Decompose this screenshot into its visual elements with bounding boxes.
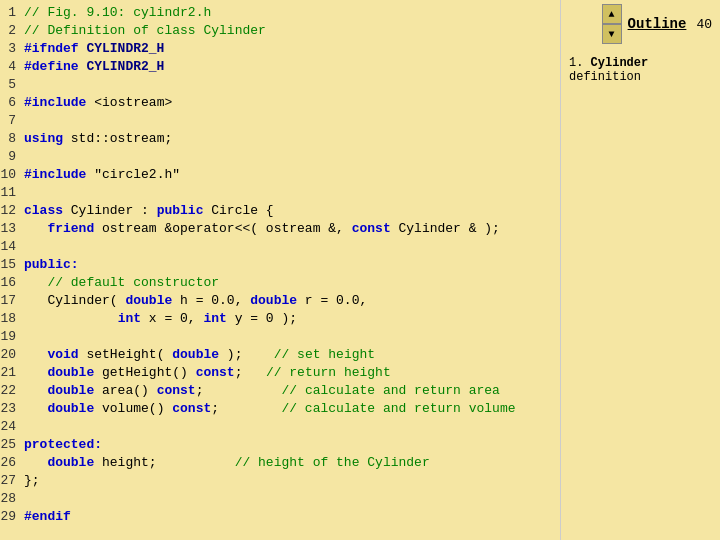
line-number: 19: [0, 328, 24, 346]
code-line: 15public:: [0, 256, 560, 274]
code-line: 16 // default constructor: [0, 274, 560, 292]
token: area(): [94, 383, 156, 398]
token: #include: [24, 167, 86, 182]
line-content: double area() const; // calculate and re…: [24, 382, 500, 400]
token: h = 0.0,: [172, 293, 250, 308]
token: CYLINDR2_H: [79, 59, 165, 74]
token: const: [352, 221, 391, 236]
line-number: 5: [0, 76, 24, 94]
token: void: [47, 347, 78, 362]
line-number: 17: [0, 292, 24, 310]
line-content: public:: [24, 256, 79, 274]
line-number: 20: [0, 346, 24, 364]
top-controls: ▲ ▼ Outline 40: [569, 4, 712, 44]
line-number: 22: [0, 382, 24, 400]
token: #define: [24, 59, 79, 74]
line-number: 8: [0, 130, 24, 148]
outline-item: 1. Cylinder definition: [569, 56, 712, 84]
token: double: [250, 293, 297, 308]
token: using: [24, 131, 63, 146]
token: std::ostream;: [63, 131, 172, 146]
token: [24, 383, 47, 398]
token: Cylinder :: [63, 203, 157, 218]
token: ;: [196, 383, 282, 398]
token: r = 0.0,: [297, 293, 367, 308]
scroll-down-button[interactable]: ▼: [602, 24, 622, 44]
code-line: 20 void setHeight( double ); // set heig…: [0, 346, 560, 364]
code-line: 5: [0, 76, 560, 94]
token: // Fig. 9.10: cylindr2.h: [24, 5, 211, 20]
code-line: 21 double getHeight() const; // return h…: [0, 364, 560, 382]
line-number: 11: [0, 184, 24, 202]
line-content: class Cylinder : public Circle {: [24, 202, 274, 220]
line-number: 26: [0, 454, 24, 472]
code-line: 4#define CYLINDR2_H: [0, 58, 560, 76]
line-content: void setHeight( double ); // set height: [24, 346, 375, 364]
token: friend: [24, 221, 94, 236]
main-area: 1// Fig. 9.10: cylindr2.h2// Definition …: [0, 0, 720, 540]
line-number: 1: [0, 4, 24, 22]
code-line: 9: [0, 148, 560, 166]
line-number: 28: [0, 490, 24, 508]
token: Cylinder & );: [391, 221, 500, 236]
code-line: 6#include <iostream>: [0, 94, 560, 112]
line-number: 15: [0, 256, 24, 274]
line-number: 27: [0, 472, 24, 490]
arrow-column: ▲ ▼: [602, 4, 622, 44]
token: int: [203, 311, 226, 326]
token: double: [125, 293, 172, 308]
line-number: 24: [0, 418, 24, 436]
line-number: 12: [0, 202, 24, 220]
line-number: 25: [0, 436, 24, 454]
token: double: [172, 347, 219, 362]
line-number: 21: [0, 364, 24, 382]
token: int: [118, 311, 141, 326]
line-number: 6: [0, 94, 24, 112]
code-line: 19: [0, 328, 560, 346]
token: public:: [24, 257, 79, 272]
token: height;: [94, 455, 234, 470]
token: getHeight(): [94, 365, 195, 380]
code-line: 23 double volume() const; // calculate a…: [0, 400, 560, 418]
code-line: 27};: [0, 472, 560, 490]
token: Cylinder(: [24, 293, 125, 308]
line-content: #include <iostream>: [24, 94, 172, 112]
token: // set height: [274, 347, 375, 362]
line-content: using std::ostream;: [24, 130, 172, 148]
scroll-up-button[interactable]: ▲: [602, 4, 622, 24]
code-line: 11: [0, 184, 560, 202]
code-line: 26 double height; // height of the Cylin…: [0, 454, 560, 472]
token: // Definition of class Cylinder: [24, 23, 266, 38]
line-content: // Definition of class Cylinder: [24, 22, 266, 40]
token: <iostream>: [86, 95, 172, 110]
token: setHeight(: [79, 347, 173, 362]
code-line: 8using std::ostream;: [0, 130, 560, 148]
code-line: 29#endif: [0, 508, 560, 526]
token: const: [157, 383, 196, 398]
line-number: 9: [0, 148, 24, 166]
code-line: 1// Fig. 9.10: cylindr2.h: [0, 4, 560, 22]
line-number: 4: [0, 58, 24, 76]
code-line: 3#ifndef CYLINDR2_H: [0, 40, 560, 58]
outline-label: Outline: [628, 16, 687, 32]
token: // calculate and return volume: [281, 401, 515, 416]
code-line: 10#include "circle2.h": [0, 166, 560, 184]
token: [24, 347, 47, 362]
token: class: [24, 203, 63, 218]
token: #endif: [24, 509, 71, 524]
outline-item-text: 1. Cylinder definition: [569, 56, 648, 84]
line-content: #include "circle2.h": [24, 166, 180, 184]
code-line: 14: [0, 238, 560, 256]
token: // height of the Cylinder: [235, 455, 430, 470]
token: double: [47, 383, 94, 398]
token: const: [172, 401, 211, 416]
line-number: 10: [0, 166, 24, 184]
line-content: protected:: [24, 436, 102, 454]
line-content: #define CYLINDR2_H: [24, 58, 164, 76]
token: };: [24, 473, 40, 488]
token: "circle2.h": [86, 167, 180, 182]
line-number: 3: [0, 40, 24, 58]
code-line: 28: [0, 490, 560, 508]
line-content: #endif: [24, 508, 71, 526]
line-content: };: [24, 472, 40, 490]
